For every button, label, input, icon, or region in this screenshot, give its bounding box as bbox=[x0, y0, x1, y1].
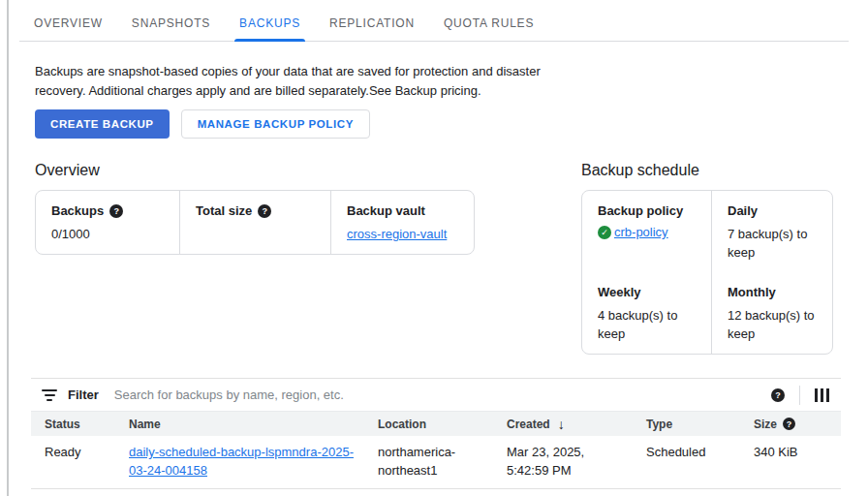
action-buttons: CREATE BACKUP MANAGE BACKUP POLICY bbox=[35, 109, 370, 139]
weekly-value: 4 backup(s) to keep bbox=[598, 306, 699, 343]
backups-help-icon[interactable]: ? bbox=[109, 204, 123, 218]
row-type: Scheduled bbox=[646, 443, 754, 461]
tab-bar: OVERVIEW SNAPSHOTS BACKUPS REPLICATION Q… bbox=[19, 6, 849, 42]
header-name[interactable]: Name bbox=[129, 418, 378, 431]
column-display-options-icon[interactable] bbox=[815, 388, 829, 402]
filter-search-input[interactable] bbox=[114, 388, 771, 402]
overview-section-title: Overview bbox=[35, 162, 100, 179]
backups-description: Backups are snapshot-based copies of you… bbox=[35, 62, 583, 101]
backups-count-value: 0/1000 bbox=[51, 225, 171, 243]
header-created[interactable]: Created ↓ bbox=[507, 417, 646, 432]
backup-policy-cell: Backup policy ✓ crb-policy bbox=[582, 191, 711, 272]
tab-backups[interactable]: BACKUPS bbox=[225, 6, 315, 41]
table-row: Ready daily-scheduled-backup-lspmndra-20… bbox=[31, 436, 841, 489]
row-location: northamerica-northeast1 bbox=[378, 443, 507, 480]
total-size-help-icon[interactable]: ? bbox=[258, 204, 271, 218]
row-status: Ready bbox=[31, 443, 129, 461]
filter-bar: Filter ? bbox=[31, 378, 841, 412]
weekly-label: Weekly bbox=[598, 285, 699, 299]
daily-label: Daily bbox=[728, 203, 821, 218]
backup-policy-link[interactable]: crb-policy bbox=[614, 225, 668, 239]
backup-name-link[interactable]: daily-scheduled-backup-lspmndra-2025-03-… bbox=[129, 445, 354, 478]
monthly-schedule-cell: Monthly 12 backup(s) to keep bbox=[711, 272, 832, 354]
header-type[interactable]: Type bbox=[646, 418, 754, 431]
header-status[interactable]: Status bbox=[31, 418, 129, 431]
table-header-row: Status Name Location Created ↓ Type Size… bbox=[31, 412, 841, 436]
filter-label: Filter bbox=[68, 388, 99, 402]
total-size-label: Total size bbox=[196, 203, 252, 218]
backup-schedule-card: Backup policy ✓ crb-policy Daily 7 backu… bbox=[581, 190, 833, 355]
monthly-value: 12 backup(s) to keep bbox=[728, 306, 821, 343]
create-backup-button[interactable]: CREATE BACKUP bbox=[35, 109, 170, 139]
backup-vault-link[interactable]: cross-region-vault bbox=[347, 227, 447, 241]
table-help-icon[interactable]: ? bbox=[771, 388, 785, 402]
daily-schedule-cell: Daily 7 backup(s) to keep bbox=[711, 191, 832, 272]
backup-schedule-section-title: Backup schedule bbox=[581, 162, 699, 179]
overview-total-size-cell: Total size ? bbox=[179, 191, 330, 254]
tab-snapshots[interactable]: SNAPSHOTS bbox=[117, 6, 225, 41]
policy-ok-check-icon: ✓ bbox=[598, 226, 611, 239]
overview-backups-cell: Backups ? 0/1000 bbox=[36, 191, 179, 254]
header-size[interactable]: Size ? bbox=[754, 418, 841, 431]
panel-left-border bbox=[7, 0, 9, 496]
daily-value: 7 backup(s) to keep bbox=[728, 225, 821, 262]
filterbar-divider bbox=[799, 386, 800, 405]
tab-quota-rules[interactable]: QUOTA RULES bbox=[429, 6, 548, 41]
sort-descending-icon[interactable]: ↓ bbox=[558, 417, 565, 432]
backup-policy-label: Backup policy bbox=[598, 203, 699, 218]
weekly-schedule-cell: Weekly 4 backup(s) to keep bbox=[582, 272, 711, 354]
tab-replication[interactable]: REPLICATION bbox=[315, 6, 429, 41]
backups-count-label: Backups bbox=[51, 203, 104, 218]
backups-page: OVERVIEW SNAPSHOTS BACKUPS REPLICATION Q… bbox=[0, 0, 868, 496]
header-location[interactable]: Location bbox=[378, 418, 507, 431]
row-size: 340 KiB bbox=[754, 443, 841, 461]
filter-icon[interactable] bbox=[41, 388, 58, 403]
tab-overview[interactable]: OVERVIEW bbox=[19, 6, 117, 41]
overview-backup-vault-cell: Backup vault cross-region-vault bbox=[330, 191, 474, 254]
row-created: Mar 23, 2025, 5:42:59 PM bbox=[507, 443, 646, 480]
row-name: daily-scheduled-backup-lspmndra-2025-03-… bbox=[129, 443, 378, 480]
manage-backup-policy-button[interactable]: MANAGE BACKUP POLICY bbox=[181, 109, 370, 139]
monthly-label: Monthly bbox=[728, 285, 821, 299]
overview-card: Backups ? 0/1000 Total size ? Backup vau… bbox=[35, 190, 475, 255]
backup-vault-label: Backup vault bbox=[347, 203, 425, 218]
size-help-icon[interactable]: ? bbox=[783, 418, 795, 430]
backups-table-block: Filter ? Status Name Location Created ↓ … bbox=[31, 378, 841, 489]
